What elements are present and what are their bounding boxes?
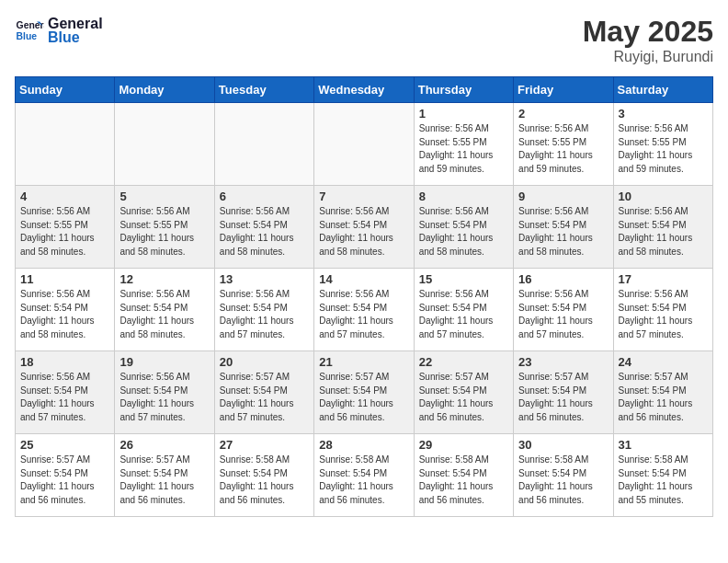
calendar-cell: 7Sunrise: 5:56 AMSunset: 5:54 PMDaylight… <box>314 186 414 269</box>
calendar-cell: 15Sunrise: 5:56 AMSunset: 5:54 PMDayligh… <box>414 269 513 351</box>
day-info: Sunrise: 5:57 AMSunset: 5:54 PMDaylight:… <box>518 371 608 424</box>
calendar-cell: 27Sunrise: 5:58 AMSunset: 5:54 PMDayligh… <box>214 434 313 517</box>
calendar-cell: 12Sunrise: 5:56 AMSunset: 5:54 PMDayligh… <box>115 269 214 351</box>
calendar-cell: 2Sunrise: 5:56 AMSunset: 5:55 PMDaylight… <box>514 103 613 186</box>
calendar-cell <box>16 103 115 186</box>
day-number: 2 <box>518 107 608 121</box>
day-number: 25 <box>20 438 109 452</box>
day-number: 10 <box>619 190 708 203</box>
day-number: 27 <box>220 438 309 452</box>
calendar-cell: 10Sunrise: 5:56 AMSunset: 5:54 PMDayligh… <box>613 186 712 269</box>
weekday-header: Friday <box>514 77 613 103</box>
calendar-week-row: 4Sunrise: 5:56 AMSunset: 5:55 PMDaylight… <box>16 186 713 269</box>
day-number: 17 <box>619 272 708 286</box>
day-number: 24 <box>619 355 708 369</box>
calendar-cell: 28Sunrise: 5:58 AMSunset: 5:54 PMDayligh… <box>314 434 414 517</box>
logo-icon: General Blue <box>15 16 44 45</box>
day-number: 18 <box>20 355 109 369</box>
calendar-cell: 23Sunrise: 5:57 AMSunset: 5:54 PMDayligh… <box>514 351 613 434</box>
calendar-cell <box>314 103 414 186</box>
day-info: Sunrise: 5:57 AMSunset: 5:54 PMDaylight:… <box>119 454 209 507</box>
weekday-header: Thursday <box>414 77 513 103</box>
calendar-cell: 17Sunrise: 5:56 AMSunset: 5:54 PMDayligh… <box>613 269 712 351</box>
weekday-header: Sunday <box>16 77 115 103</box>
day-info: Sunrise: 5:56 AMSunset: 5:54 PMDaylight:… <box>518 205 608 259</box>
calendar-cell: 26Sunrise: 5:57 AMSunset: 5:54 PMDayligh… <box>115 434 214 517</box>
calendar-week-row: 18Sunrise: 5:56 AMSunset: 5:54 PMDayligh… <box>16 351 713 434</box>
day-info: Sunrise: 5:56 AMSunset: 5:54 PMDaylight:… <box>220 288 309 341</box>
calendar-cell: 31Sunrise: 5:58 AMSunset: 5:54 PMDayligh… <box>613 434 712 517</box>
calendar-cell: 16Sunrise: 5:56 AMSunset: 5:54 PMDayligh… <box>514 269 613 351</box>
logo-line2: Blue <box>48 29 103 46</box>
calendar-cell: 4Sunrise: 5:56 AMSunset: 5:55 PMDaylight… <box>16 186 115 269</box>
calendar-cell: 3Sunrise: 5:56 AMSunset: 5:55 PMDaylight… <box>613 103 712 186</box>
day-number: 26 <box>119 438 209 452</box>
day-info: Sunrise: 5:58 AMSunset: 5:54 PMDaylight:… <box>419 454 508 507</box>
day-info: Sunrise: 5:57 AMSunset: 5:54 PMDaylight:… <box>20 454 109 507</box>
day-number: 3 <box>619 107 708 121</box>
day-number: 30 <box>518 438 608 452</box>
calendar-title: May 2025 <box>583 15 713 49</box>
day-number: 15 <box>419 272 508 286</box>
title-block: May 2025 Ruyigi, Burundi <box>583 15 713 65</box>
day-number: 16 <box>518 272 608 286</box>
calendar-cell: 19Sunrise: 5:56 AMSunset: 5:54 PMDayligh… <box>115 351 214 434</box>
day-number: 9 <box>518 190 608 203</box>
calendar-cell: 20Sunrise: 5:57 AMSunset: 5:54 PMDayligh… <box>214 351 313 434</box>
day-info: Sunrise: 5:56 AMSunset: 5:55 PMDaylight:… <box>518 122 608 176</box>
calendar-week-row: 11Sunrise: 5:56 AMSunset: 5:54 PMDayligh… <box>16 269 713 351</box>
day-number: 20 <box>220 355 309 369</box>
day-number: 8 <box>419 190 508 203</box>
day-number: 6 <box>220 190 309 203</box>
day-info: Sunrise: 5:56 AMSunset: 5:54 PMDaylight:… <box>518 288 608 341</box>
day-number: 14 <box>319 272 408 286</box>
day-number: 1 <box>419 107 508 121</box>
logo: General Blue General Blue <box>15 15 103 46</box>
calendar-table: SundayMondayTuesdayWednesdayThursdayFrid… <box>15 76 713 517</box>
calendar-cell <box>214 103 313 186</box>
day-info: Sunrise: 5:56 AMSunset: 5:54 PMDaylight:… <box>20 371 109 424</box>
day-info: Sunrise: 5:56 AMSunset: 5:54 PMDaylight:… <box>319 288 408 341</box>
calendar-cell: 18Sunrise: 5:56 AMSunset: 5:54 PMDayligh… <box>16 351 115 434</box>
page-header: General Blue General Blue May 2025 Ruyig… <box>15 15 713 65</box>
day-info: Sunrise: 5:56 AMSunset: 5:54 PMDaylight:… <box>220 205 309 259</box>
day-number: 22 <box>419 355 508 369</box>
day-info: Sunrise: 5:58 AMSunset: 5:54 PMDaylight:… <box>518 454 608 507</box>
day-info: Sunrise: 5:56 AMSunset: 5:54 PMDaylight:… <box>419 205 508 259</box>
calendar-subtitle: Ruyigi, Burundi <box>583 49 713 65</box>
day-info: Sunrise: 5:57 AMSunset: 5:54 PMDaylight:… <box>619 371 708 424</box>
day-number: 29 <box>419 438 508 452</box>
day-number: 28 <box>319 438 408 452</box>
day-info: Sunrise: 5:56 AMSunset: 5:54 PMDaylight:… <box>419 288 508 341</box>
day-info: Sunrise: 5:58 AMSunset: 5:54 PMDaylight:… <box>619 454 708 507</box>
weekday-header-row: SundayMondayTuesdayWednesdayThursdayFrid… <box>16 77 713 103</box>
day-info: Sunrise: 5:56 AMSunset: 5:54 PMDaylight:… <box>619 288 708 341</box>
calendar-cell: 1Sunrise: 5:56 AMSunset: 5:55 PMDaylight… <box>414 103 513 186</box>
calendar-cell: 24Sunrise: 5:57 AMSunset: 5:54 PMDayligh… <box>613 351 712 434</box>
day-info: Sunrise: 5:57 AMSunset: 5:54 PMDaylight:… <box>419 371 508 424</box>
day-info: Sunrise: 5:56 AMSunset: 5:55 PMDaylight:… <box>419 122 508 176</box>
day-number: 19 <box>119 355 209 369</box>
day-number: 11 <box>20 272 109 286</box>
calendar-cell: 9Sunrise: 5:56 AMSunset: 5:54 PMDaylight… <box>514 186 613 269</box>
day-number: 31 <box>619 438 708 452</box>
weekday-header: Wednesday <box>314 77 414 103</box>
weekday-header: Tuesday <box>214 77 313 103</box>
calendar-cell: 14Sunrise: 5:56 AMSunset: 5:54 PMDayligh… <box>314 269 414 351</box>
day-info: Sunrise: 5:56 AMSunset: 5:54 PMDaylight:… <box>319 205 408 259</box>
calendar-week-row: 25Sunrise: 5:57 AMSunset: 5:54 PMDayligh… <box>16 434 713 517</box>
weekday-header: Saturday <box>613 77 712 103</box>
calendar-cell: 25Sunrise: 5:57 AMSunset: 5:54 PMDayligh… <box>16 434 115 517</box>
day-number: 5 <box>119 190 209 203</box>
day-number: 4 <box>20 190 109 203</box>
calendar-week-row: 1Sunrise: 5:56 AMSunset: 5:55 PMDaylight… <box>16 103 713 186</box>
day-number: 12 <box>119 272 209 286</box>
day-number: 23 <box>518 355 608 369</box>
day-number: 7 <box>319 190 408 203</box>
calendar-cell: 30Sunrise: 5:58 AMSunset: 5:54 PMDayligh… <box>514 434 613 517</box>
day-info: Sunrise: 5:57 AMSunset: 5:54 PMDaylight:… <box>319 371 408 424</box>
svg-text:Blue: Blue <box>17 31 38 41</box>
calendar-cell: 6Sunrise: 5:56 AMSunset: 5:54 PMDaylight… <box>214 186 313 269</box>
day-info: Sunrise: 5:58 AMSunset: 5:54 PMDaylight:… <box>319 454 408 507</box>
calendar-cell: 13Sunrise: 5:56 AMSunset: 5:54 PMDayligh… <box>214 269 313 351</box>
